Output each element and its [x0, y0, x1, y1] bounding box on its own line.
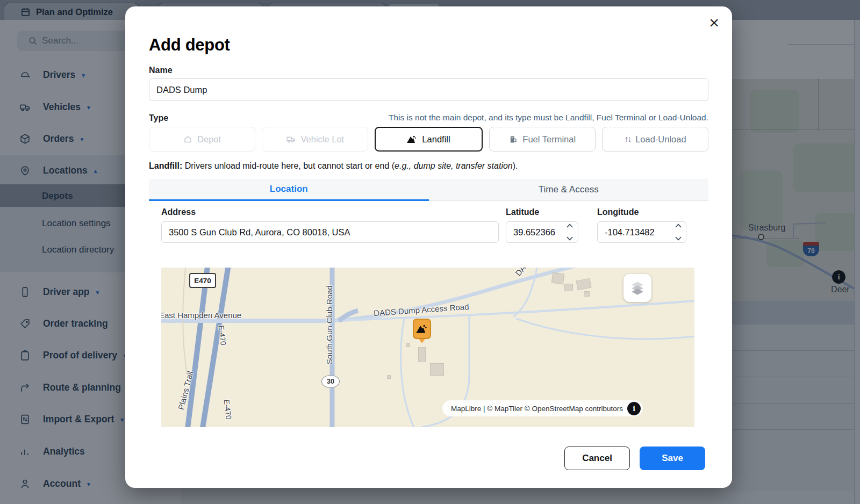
map-building [387, 375, 391, 379]
address-label: Address [161, 207, 196, 217]
save-button[interactable]: Save [640, 447, 705, 470]
map-layers-button[interactable] [624, 274, 651, 302]
up-down-arrows-icon: ↑↓ [624, 134, 630, 144]
type-label: Type [149, 113, 168, 123]
type-button-depot[interactable]: Depot [149, 127, 255, 152]
type-button-load-unload[interactable]: ↑↓ Load-Unload [602, 127, 708, 152]
tab-location[interactable]: Location [149, 179, 429, 201]
chevron-up-icon [675, 224, 682, 228]
tab-time-access[interactable]: Time & Access [429, 179, 709, 201]
e470-shield: E470 [189, 273, 216, 288]
map-building [551, 272, 565, 285]
landfill-icon [416, 325, 428, 334]
landfill-description: Landfill: Drivers unload mid-route here,… [149, 161, 518, 171]
address-input[interactable] [161, 221, 499, 243]
name-label: Name [149, 66, 173, 75]
landfill-icon [407, 135, 417, 143]
longitude-label: Longitude [597, 207, 639, 217]
map-building [584, 291, 590, 297]
info-icon[interactable]: i [627, 402, 641, 415]
fuel-pump-icon [508, 135, 518, 144]
type-button-fuel-terminal[interactable]: Fuel Terminal [489, 127, 596, 152]
type-options: Depot Vehicle Lot Landfill [149, 127, 708, 152]
modal-title: Add depot [149, 35, 230, 55]
landfill-map-marker[interactable] [413, 319, 431, 339]
type-button-landfill[interactable]: Landfill [375, 127, 482, 152]
route-30-shield: 30 [321, 375, 340, 388]
map-building [406, 343, 410, 347]
road-label-gun-club: South Gun Club Road [325, 273, 334, 364]
map-building [564, 284, 573, 291]
layers-icon [629, 280, 646, 296]
chevron-down-icon [567, 236, 573, 241]
latitude-label: Latitude [506, 207, 539, 217]
cancel-button[interactable]: Cancel [564, 447, 630, 470]
location-map[interactable]: E470 30 East Hampden Avenue South Gun Cl… [161, 268, 694, 427]
latitude-stepper[interactable] [564, 224, 576, 241]
longitude-stepper[interactable] [672, 224, 684, 241]
map-attribution: MapLibre | © MapTiler © OpenStreetMap co… [442, 400, 643, 416]
chevron-down-icon [675, 236, 682, 241]
type-button-vehicle-lot[interactable]: Vehicle Lot [262, 127, 368, 152]
name-input[interactable] [149, 78, 708, 101]
truck-icon [286, 134, 296, 144]
close-icon[interactable]: × [709, 14, 719, 31]
map-building [430, 363, 444, 376]
home-icon [183, 135, 192, 144]
road-label-hampden: East Hampden Avenue [161, 311, 241, 320]
type-note: This is not the main depot, and its type… [389, 113, 708, 123]
add-depot-modal: × Add depot Name Type This is not the ma… [125, 6, 732, 488]
chevron-up-icon [567, 224, 573, 228]
modal-tabs: Location Time & Access [149, 179, 708, 201]
map-building [418, 347, 426, 362]
screen: Plan and Optimize – Search... Drivers ▼ [0, 0, 860, 504]
